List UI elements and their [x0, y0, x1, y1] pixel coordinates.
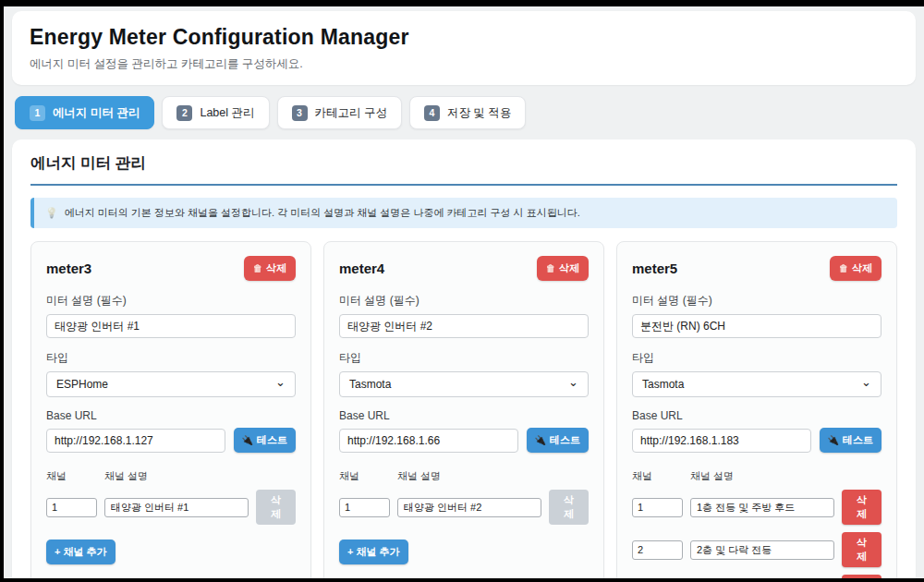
- meter-card-meter3: meter3 🗑 삭제 미터 설명 (필수) 타입 ESPHome ⌄ Base…: [30, 241, 311, 578]
- tab-label: 카테고리 구성: [315, 105, 387, 121]
- card-header: meter4 🗑 삭제: [339, 256, 589, 281]
- section-title: 에너지 미터 관리: [30, 153, 897, 186]
- meter-title: meter4: [339, 261, 384, 276]
- tab-save-apply[interactable]: 4 저장 및 적용: [409, 96, 526, 129]
- page-subtitle: 에너지 미터 설정을 관리하고 카테고리를 구성하세요.: [30, 56, 898, 72]
- tab-number-badge: 1: [30, 105, 45, 121]
- delete-channel-button[interactable]: 삭제: [842, 532, 881, 567]
- channel-row: 삭제: [632, 532, 881, 567]
- plug-icon: 🔌: [242, 435, 253, 445]
- base-url-row: 🔌 테스트: [339, 428, 589, 453]
- chevron-down-icon: ⌄: [861, 379, 871, 386]
- tab-number-badge: 4: [424, 105, 440, 121]
- test-label: 테스트: [550, 433, 580, 447]
- delete-label: 삭제: [559, 261, 579, 275]
- channel-desc-input[interactable]: [397, 498, 541, 517]
- trash-icon: 🗑: [546, 263, 555, 273]
- page-title: Energy Meter Configuration Manager: [30, 25, 898, 50]
- channel-row: 삭제: [632, 575, 881, 578]
- channel-row: 삭제: [632, 490, 881, 525]
- channel-col-header: 채널: [339, 469, 397, 483]
- base-url-input[interactable]: [339, 429, 518, 453]
- test-button[interactable]: 🔌 테스트: [527, 428, 589, 453]
- type-label: 타입: [46, 350, 296, 366]
- add-channel-button[interactable]: + 채널 추가: [46, 540, 116, 564]
- chevron-down-icon: ⌄: [275, 379, 286, 386]
- meter-desc-label: 미터 설명 (필수): [632, 293, 881, 309]
- channel-table-header: 채널 채널 설명: [46, 469, 296, 483]
- chevron-down-icon: ⌄: [568, 379, 578, 386]
- meter-management-panel: 에너지 미터 관리 💡 에너지 미터의 기본 정보와 채널을 설정합니다. 각 …: [12, 139, 916, 578]
- meter-desc-input[interactable]: [339, 314, 589, 338]
- channel-num-input[interactable]: [339, 498, 390, 517]
- tab-category-config[interactable]: 3 카테고리 구성: [277, 96, 402, 129]
- tab-label: Label 관리: [200, 105, 254, 121]
- type-select[interactable]: Tasmota ⌄: [632, 371, 881, 397]
- meter-cards: meter3 🗑 삭제 미터 설명 (필수) 타입 ESPHome ⌄ Base…: [30, 241, 897, 578]
- type-label: 타입: [339, 350, 589, 366]
- meter-desc-input[interactable]: [46, 314, 296, 338]
- base-url-label: Base URL: [339, 409, 589, 422]
- channel-desc-input[interactable]: [104, 498, 249, 517]
- channel-desc-col-header: 채널 설명: [104, 469, 148, 483]
- channel-num-input[interactable]: [632, 498, 683, 517]
- delete-meter-button[interactable]: 🗑 삭제: [244, 256, 296, 281]
- info-text: 에너지 미터의 기본 정보와 채널을 설정합니다. 각 미터의 설명과 채널 설…: [65, 206, 580, 220]
- delete-label: 삭제: [266, 261, 286, 275]
- delete-label: 삭제: [852, 261, 872, 275]
- type-value: Tasmota: [349, 378, 391, 391]
- channel-desc-input[interactable]: [690, 498, 834, 517]
- meter-title: meter3: [46, 261, 91, 276]
- trash-icon: 🗑: [839, 263, 848, 273]
- delete-channel-button[interactable]: 삭제: [549, 490, 589, 525]
- tab-label: 에너지 미터 관리: [53, 105, 140, 121]
- delete-channel-button[interactable]: 삭제: [256, 490, 296, 525]
- type-select[interactable]: Tasmota ⌄: [339, 371, 589, 397]
- base-url-row: 🔌 테스트: [46, 428, 296, 453]
- type-value: ESPHome: [56, 378, 108, 391]
- delete-channel-button[interactable]: 삭제: [842, 575, 881, 578]
- type-value: Tasmota: [642, 378, 684, 391]
- channel-num-input[interactable]: [46, 498, 97, 517]
- base-url-input[interactable]: [632, 429, 811, 453]
- channel-col-header: 채널: [46, 469, 104, 483]
- channel-table-header: 채널 채널 설명: [339, 469, 589, 483]
- card-header: meter5 🗑 삭제: [632, 256, 881, 281]
- tab-meter-management[interactable]: 1 에너지 미터 관리: [15, 96, 154, 129]
- base-url-input[interactable]: [46, 429, 225, 453]
- type-select[interactable]: ESPHome ⌄: [46, 371, 296, 397]
- channel-num-input[interactable]: [632, 540, 683, 560]
- tab-label: 저장 및 적용: [447, 105, 511, 121]
- tab-label-management[interactable]: 2 Label 관리: [162, 96, 269, 129]
- channel-table-header: 채널 채널 설명: [632, 469, 881, 483]
- trash-icon: 🗑: [253, 263, 262, 273]
- channel-desc-input[interactable]: [690, 540, 834, 560]
- test-label: 테스트: [843, 433, 873, 447]
- channel-row: 삭제: [46, 490, 296, 525]
- plug-icon: 🔌: [535, 435, 546, 445]
- meter-title: meter5: [632, 261, 677, 276]
- meter-desc-label: 미터 설명 (필수): [339, 293, 589, 309]
- delete-meter-button[interactable]: 🗑 삭제: [830, 256, 881, 281]
- lightbulb-icon: 💡: [45, 207, 58, 219]
- base-url-label: Base URL: [632, 409, 881, 422]
- delete-channel-button[interactable]: 삭제: [842, 490, 881, 525]
- test-label: 테스트: [257, 433, 287, 447]
- channel-row: 삭제: [339, 490, 589, 525]
- plug-icon: 🔌: [828, 435, 839, 445]
- page-header: Energy Meter Configuration Manager 에너지 미…: [12, 11, 916, 85]
- add-channel-button[interactable]: + 채널 추가: [339, 540, 408, 564]
- channel-col-header: 채널: [632, 469, 690, 483]
- channel-desc-col-header: 채널 설명: [397, 469, 441, 483]
- meter-card-meter5: meter5 🗑 삭제 미터 설명 (필수) 타입 Tasmota ⌄ Base…: [616, 241, 897, 578]
- test-button[interactable]: 🔌 테스트: [820, 428, 881, 453]
- type-label: 타입: [632, 350, 881, 366]
- meter-desc-input[interactable]: [632, 314, 881, 338]
- meter-card-meter4: meter4 🗑 삭제 미터 설명 (필수) 타입 Tasmota ⌄ Base…: [323, 241, 604, 578]
- app-viewport: Energy Meter Configuration Manager 에너지 미…: [4, 6, 924, 578]
- delete-meter-button[interactable]: 🗑 삭제: [537, 256, 589, 281]
- info-banner: 💡 에너지 미터의 기본 정보와 채널을 설정합니다. 각 미터의 설명과 채널…: [30, 198, 897, 228]
- channel-desc-col-header: 채널 설명: [690, 469, 734, 483]
- test-button[interactable]: 🔌 테스트: [234, 428, 296, 453]
- tab-number-badge: 3: [292, 105, 308, 121]
